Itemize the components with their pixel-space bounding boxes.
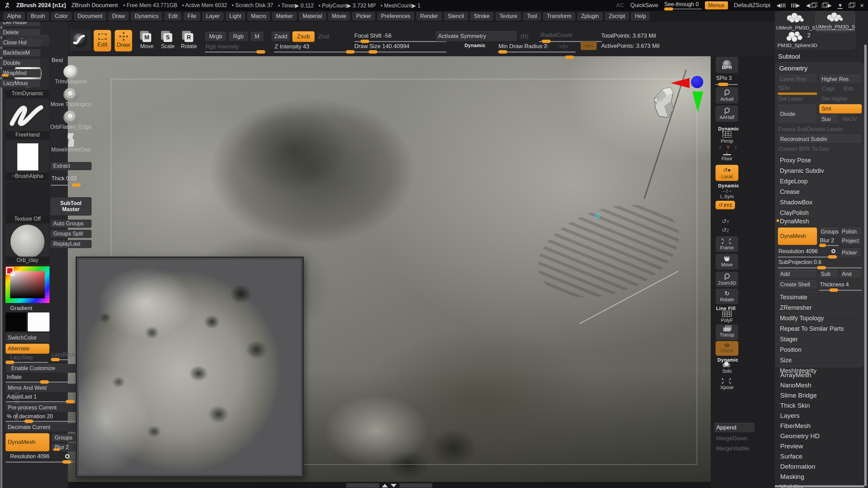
right-scrollbar[interactable] bbox=[864, 45, 867, 486]
z-intensity-track[interactable] bbox=[274, 52, 359, 53]
focal-shift-nub[interactable] bbox=[360, 40, 369, 43]
menu-item[interactable]: File bbox=[184, 12, 200, 20]
subtool-master-button[interactable]: SubTool Master bbox=[50, 197, 92, 216]
rgb-intensity-track[interactable] bbox=[205, 52, 266, 53]
sphere3d-thumb-icon[interactable] bbox=[784, 31, 807, 42]
thickness-slider[interactable]: Thickness 4 bbox=[820, 282, 849, 288]
color-picker[interactable] bbox=[5, 266, 50, 303]
menu-item[interactable]: Movie bbox=[328, 12, 350, 20]
menu-item[interactable]: Picker bbox=[352, 12, 375, 20]
resolution-slider-left[interactable]: Resolution 4096 bbox=[10, 453, 50, 460]
menu-item[interactable]: Color bbox=[51, 12, 72, 20]
adjust-last-nub[interactable] bbox=[66, 400, 75, 403]
expand-up-icon[interactable] bbox=[382, 484, 388, 487]
adjust-last-slider[interactable]: AdjustLast 1 bbox=[7, 394, 37, 400]
subprojection-slider[interactable]: SubProjection 0.6 bbox=[778, 259, 821, 265]
tool-thumb-active[interactable]: UMesh_PM3D_S bbox=[815, 11, 855, 32]
scale-button[interactable]: S Scale bbox=[159, 33, 176, 49]
sub-button[interactable]: Sub bbox=[819, 270, 839, 278]
tool-section-header[interactable]: Geometry HD bbox=[775, 431, 868, 441]
umesh-thumb-icon-1[interactable] bbox=[783, 12, 808, 24]
convert-bpr-button[interactable]: Convert BPR To Geo bbox=[778, 146, 829, 152]
rgb-button[interactable]: Rgb bbox=[229, 32, 248, 41]
subsection-header[interactable]: Stager bbox=[776, 334, 863, 344]
brush-item[interactable]: OrbFlatten_Edge bbox=[50, 110, 92, 130]
menu-item[interactable]: Draw bbox=[108, 12, 129, 20]
aahalf-button[interactable]: AAHalf bbox=[715, 106, 738, 122]
zcut-button[interactable]: Zcut bbox=[318, 33, 329, 40]
resolution-track[interactable] bbox=[778, 257, 837, 258]
subsection-header[interactable]: Proxy Pose bbox=[776, 155, 863, 165]
dynamesh-button[interactable]: DynaMesh bbox=[778, 227, 817, 245]
radial-count-slider[interactable]: RadialCount bbox=[540, 32, 572, 39]
tool-section-header[interactable]: Deformation bbox=[775, 462, 868, 472]
menus-button[interactable]: Menus bbox=[705, 1, 728, 9]
subsection-header[interactable]: Dynamic Subdiv bbox=[776, 165, 863, 176]
gizmo-y-axis-icon[interactable] bbox=[692, 92, 703, 113]
frame-button[interactable]: ↖ ↗↙ ↘ Frame bbox=[715, 237, 738, 252]
dynamic-draw-size-label[interactable]: Dynamic bbox=[465, 43, 486, 48]
zadd-button[interactable]: Zadd bbox=[271, 32, 290, 41]
brush-item[interactable]: Move Topologica bbox=[50, 88, 92, 107]
draw-size-track[interactable] bbox=[354, 52, 447, 53]
hatch-grip-right[interactable] bbox=[399, 483, 432, 488]
lsym-button[interactable]: ←|→ L.Sym bbox=[715, 188, 738, 199]
del-higher-button[interactable]: Del Higher bbox=[822, 96, 848, 102]
spix-nub[interactable] bbox=[718, 83, 728, 86]
thick-track[interactable] bbox=[51, 185, 89, 186]
lazy-radius-slider[interactable]: LazyRadiu bbox=[52, 352, 77, 358]
subsection-header[interactable]: ZRemesher bbox=[776, 302, 863, 313]
minimize-icon[interactable]: ▼ bbox=[837, 2, 843, 9]
draw-size-slider[interactable]: Draw Size 140.40994 bbox=[354, 43, 410, 50]
gizmo-z-axis-icon[interactable] bbox=[691, 76, 703, 88]
brush-alpha-thumb[interactable]: ~BrushAlpha bbox=[5, 140, 50, 180]
rotate-button[interactable]: R Rotate bbox=[180, 33, 197, 49]
lazy-radius-track[interactable] bbox=[51, 359, 75, 360]
brush-item[interactable]: TrimAdaptive bbox=[50, 65, 92, 85]
resolution-track-left[interactable] bbox=[5, 462, 73, 463]
actual-size-button[interactable]: Actual bbox=[715, 87, 738, 104]
suv-button[interactable]: Suv bbox=[819, 115, 839, 124]
smt-button[interactable]: Smt bbox=[819, 104, 862, 114]
default-zscript-button[interactable]: DefaultZScript bbox=[734, 2, 771, 9]
persp-button[interactable]: Persp bbox=[715, 131, 738, 144]
tray-resize-handle[interactable] bbox=[346, 483, 432, 488]
inflate-slider[interactable]: Inflate bbox=[7, 374, 22, 380]
sdiv-track[interactable] bbox=[778, 93, 817, 95]
thick-slider[interactable]: Thick 0.02 bbox=[52, 176, 77, 182]
resolution-nub[interactable] bbox=[828, 255, 837, 259]
tool-section-header[interactable]: Slime Bridge bbox=[775, 390, 868, 401]
bpr-render-button[interactable]: BPR bbox=[715, 57, 738, 73]
tool-section-header[interactable]: Layers bbox=[775, 411, 868, 421]
mesh-button[interactable]: Delete bbox=[0, 28, 41, 37]
menu-item[interactable]: Brush bbox=[27, 12, 49, 20]
del-lower-button[interactable]: Del Lower bbox=[778, 96, 803, 102]
subsection-header[interactable]: Repeat To Similar Parts bbox=[776, 323, 863, 334]
radial-count-nub[interactable] bbox=[542, 40, 551, 43]
resolution-gear-icon-right[interactable] bbox=[831, 249, 835, 253]
left-scrollbar[interactable] bbox=[0, 22, 2, 488]
symmetry-x-button[interactable]: >X< bbox=[520, 43, 530, 49]
symmetry-y-button[interactable]: >Y< bbox=[540, 43, 549, 49]
subsection-header[interactable]: Crease bbox=[776, 186, 863, 197]
and-button[interactable]: And bbox=[840, 270, 862, 278]
tool-section-header[interactable]: FiberMesh bbox=[775, 421, 868, 431]
edit-button[interactable]: Edit bbox=[94, 30, 111, 52]
extract-button[interactable]: Extract bbox=[50, 162, 92, 170]
brush-item[interactable]: MoveInfiniteDep bbox=[50, 133, 92, 153]
floor-axes-toggle[interactable]: X Y Z bbox=[719, 145, 739, 150]
menu-item[interactable]: Dynamics bbox=[131, 12, 162, 20]
next-document-icon[interactable]: ▶ bbox=[822, 2, 832, 8]
menu-item[interactable]: Preferences bbox=[377, 12, 414, 20]
color-picker-field[interactable] bbox=[10, 271, 45, 298]
brush-thumb-freehand[interactable]: FreeHand bbox=[5, 98, 50, 139]
draw-size-nub[interactable] bbox=[369, 50, 377, 54]
lazy-radius-nub[interactable] bbox=[51, 358, 60, 361]
preview-window[interactable] bbox=[76, 257, 303, 477]
seethrough-nub[interactable] bbox=[664, 7, 673, 11]
rotate-z-button[interactable]: ↺Z bbox=[722, 226, 729, 234]
blur-nub[interactable] bbox=[819, 244, 826, 247]
quick-button[interactable]: ReplayLast bbox=[50, 240, 92, 248]
xpose-button[interactable]: ↖ ↗↙ ↘ Xpose bbox=[715, 377, 738, 391]
menu-item[interactable]: Marker bbox=[272, 12, 297, 20]
